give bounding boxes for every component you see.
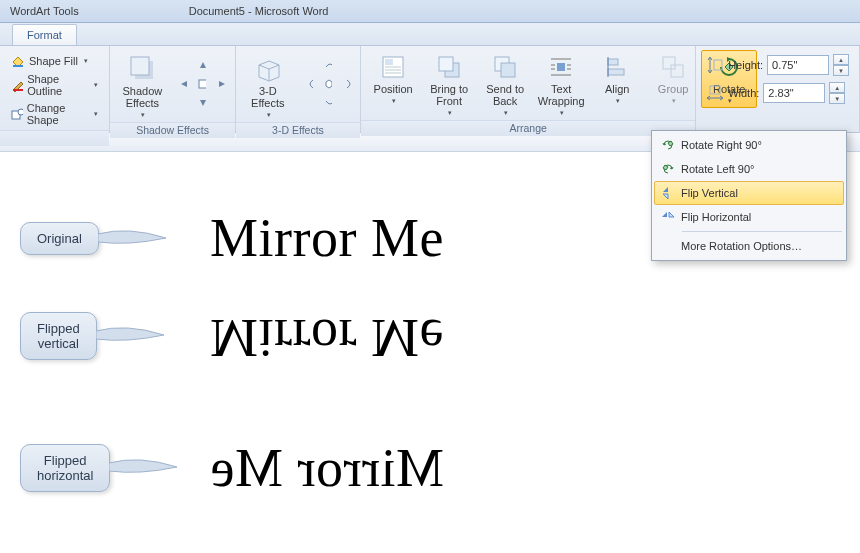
group-label-shadow: Shadow Effects bbox=[110, 122, 234, 138]
width-label: Width: bbox=[728, 87, 759, 99]
width-icon bbox=[706, 84, 724, 102]
svg-rect-27 bbox=[671, 65, 683, 77]
height-icon bbox=[706, 56, 724, 74]
change-shape-label: Change Shape bbox=[27, 102, 89, 126]
dropdown-arrow-icon: ▾ bbox=[672, 97, 676, 105]
width-field[interactable]: 2.83" bbox=[763, 83, 825, 103]
ribbon-tabs: Format bbox=[0, 23, 860, 46]
height-field[interactable]: 0.75" bbox=[767, 55, 829, 75]
bring-to-front-button[interactable]: Bring to Front▾ bbox=[421, 50, 477, 120]
svg-rect-26 bbox=[663, 57, 675, 69]
nudge-shadow-up[interactable] bbox=[193, 56, 211, 74]
spinner-up-icon[interactable]: ▲ bbox=[833, 54, 849, 65]
dropdown-arrow-icon: ▾ bbox=[94, 110, 98, 118]
callout-pointer-icon bbox=[98, 224, 168, 254]
align-button[interactable]: Align▾ bbox=[589, 50, 645, 108]
ribbon: Shape Fill▾ Shape Outline▾ Change Shape▾… bbox=[0, 46, 860, 133]
send-to-back-button[interactable]: Send to Back▾ bbox=[477, 50, 533, 120]
menu-more-label: More Rotation Options… bbox=[681, 240, 802, 252]
spinner-down-icon[interactable]: ▼ bbox=[829, 93, 845, 104]
tab-format[interactable]: Format bbox=[12, 24, 77, 45]
spinner-up-icon[interactable]: ▲ bbox=[829, 82, 845, 93]
wordart-original[interactable]: Mirror Me bbox=[210, 207, 444, 269]
tilt-left[interactable] bbox=[300, 75, 318, 93]
text-wrapping-button[interactable]: Text Wrapping▾ bbox=[533, 50, 589, 120]
tilt-right-icon bbox=[343, 78, 351, 90]
change-shape-button[interactable]: Change Shape▾ bbox=[6, 100, 103, 128]
text-wrap-label: Text Wrapping bbox=[538, 83, 585, 107]
3d-toggle[interactable] bbox=[319, 75, 337, 93]
nudge-shadow-left[interactable] bbox=[174, 75, 192, 93]
3d-effects-button[interactable]: 3-D Effects▾ bbox=[240, 50, 296, 122]
menu-flip-horizontal[interactable]: Flip Horizontal bbox=[654, 205, 844, 229]
align-icon bbox=[603, 53, 631, 81]
tilt-up[interactable] bbox=[319, 56, 337, 74]
nudge-left-icon bbox=[179, 79, 187, 89]
svg-rect-31 bbox=[710, 86, 720, 94]
dropdown-arrow-icon: ▾ bbox=[392, 97, 396, 105]
position-icon bbox=[379, 53, 407, 81]
shadow-effects-button[interactable]: Shadow Effects▾ bbox=[114, 50, 170, 122]
group-size: Height: 0.75" ▲▼ Width: 2.83" ▲▼ Size bbox=[696, 46, 860, 132]
nudge-up-icon bbox=[198, 60, 206, 70]
shape-fill-button[interactable]: Shape Fill▾ bbox=[6, 52, 103, 70]
width-spinner[interactable]: ▲▼ bbox=[829, 82, 845, 104]
shapes-icon bbox=[11, 107, 23, 121]
tilt-left-icon bbox=[305, 78, 313, 90]
menu-flip-vertical[interactable]: Flip Vertical bbox=[654, 181, 844, 205]
menu-more-rotation[interactable]: More Rotation Options… bbox=[654, 234, 844, 258]
dropdown-arrow-icon: ▾ bbox=[141, 111, 145, 119]
text-wrap-icon bbox=[547, 53, 575, 81]
dropdown-arrow-icon: ▾ bbox=[560, 109, 564, 117]
menu-rotate-left-90[interactable]: Rotate Left 90° bbox=[654, 157, 844, 181]
shadow-icon bbox=[127, 53, 157, 83]
shape-fill-label: Shape Fill bbox=[29, 55, 78, 67]
rotate-menu: Rotate Right 90° Rotate Left 90° Flip Ve… bbox=[651, 130, 847, 261]
nudge-down-icon bbox=[198, 98, 206, 108]
wordart-flipped-horizontal[interactable]: Mirror Me bbox=[210, 437, 444, 499]
rotate-right-icon bbox=[660, 137, 676, 153]
position-label: Position bbox=[374, 83, 413, 95]
flip-vertical-icon bbox=[660, 185, 676, 201]
svg-rect-16 bbox=[557, 63, 565, 71]
cube-icon bbox=[253, 53, 283, 83]
callout-flipv-label: Flipped vertical bbox=[37, 321, 80, 351]
dropdown-arrow-icon: ▾ bbox=[267, 111, 271, 119]
svg-rect-15 bbox=[501, 63, 515, 77]
group-shadow: Shadow Effects▾ Shadow Effects bbox=[110, 46, 235, 132]
menu-rotate-left-label: Rotate Left 90° bbox=[681, 163, 755, 175]
3d-center-icon bbox=[324, 79, 332, 89]
svg-rect-23 bbox=[608, 59, 618, 65]
context-tab-label: WordArt Tools bbox=[0, 5, 89, 17]
svg-rect-6 bbox=[199, 80, 206, 88]
menu-separator bbox=[682, 231, 842, 232]
group-objects-button[interactable]: Group▾ bbox=[645, 50, 701, 108]
height-value: 0.75" bbox=[772, 59, 797, 71]
menu-rotate-right-90[interactable]: Rotate Right 90° bbox=[654, 133, 844, 157]
nudge-shadow-down[interactable] bbox=[193, 94, 211, 112]
callout-pointer-icon bbox=[96, 321, 166, 351]
tilt-right[interactable] bbox=[338, 75, 356, 93]
callout-original: Original bbox=[20, 222, 168, 255]
group-3d: 3-D Effects▾ 3-D Effects bbox=[236, 46, 361, 132]
shape-outline-button[interactable]: Shape Outline▾ bbox=[6, 71, 103, 99]
position-button[interactable]: Position▾ bbox=[365, 50, 421, 108]
wordart-flipped-vertical[interactable]: Mirror Me bbox=[210, 307, 444, 369]
nudge-right-icon bbox=[217, 79, 225, 89]
tilt-down-icon bbox=[324, 97, 332, 109]
menu-fliph-label: Flip Horizontal bbox=[681, 211, 751, 223]
align-label: Align bbox=[605, 83, 629, 95]
dropdown-arrow-icon: ▾ bbox=[616, 97, 620, 105]
nudge-shadow-right[interactable] bbox=[212, 75, 230, 93]
svg-rect-13 bbox=[439, 57, 453, 71]
menu-flipv-label: Flip Vertical bbox=[681, 187, 738, 199]
height-spinner[interactable]: ▲▼ bbox=[833, 54, 849, 76]
group-label: Group bbox=[658, 83, 689, 95]
pencil-icon bbox=[11, 78, 23, 92]
shape-outline-label: Shape Outline bbox=[27, 73, 88, 97]
callout-pointer-icon bbox=[109, 453, 179, 483]
shadow-toggle[interactable] bbox=[193, 75, 211, 93]
tilt-down[interactable] bbox=[319, 94, 337, 112]
dropdown-arrow-icon: ▾ bbox=[94, 81, 98, 89]
spinner-down-icon[interactable]: ▼ bbox=[833, 65, 849, 76]
